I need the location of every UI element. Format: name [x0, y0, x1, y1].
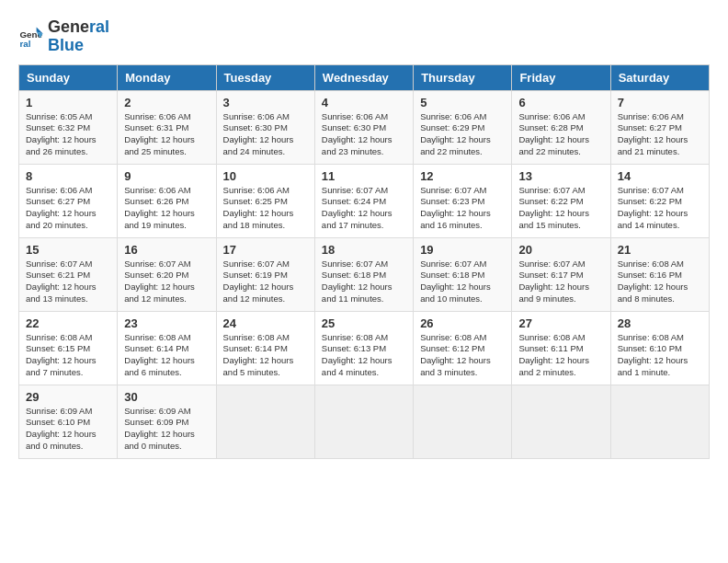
calendar-cell: 25Sunrise: 6:08 AMSunset: 6:13 PMDayligh… — [314, 311, 413, 385]
calendar-cell: 1Sunrise: 6:05 AMSunset: 6:32 PMDaylight… — [19, 90, 118, 164]
col-header-wednesday: Wednesday — [314, 64, 413, 90]
day-number: 13 — [518, 169, 603, 183]
day-number: 22 — [26, 316, 110, 330]
day-info: Sunrise: 6:08 AMSunset: 6:15 PMDaylight:… — [26, 332, 110, 379]
calendar-cell: 12Sunrise: 6:07 AMSunset: 6:23 PMDayligh… — [414, 164, 512, 237]
day-number: 18 — [322, 243, 406, 257]
day-number: 4 — [322, 96, 406, 109]
day-number: 14 — [618, 169, 702, 183]
calendar-cell: 29Sunrise: 6:09 AMSunset: 6:10 PMDayligh… — [19, 385, 118, 458]
calendar-cell — [610, 385, 709, 458]
calendar-cell: 4Sunrise: 6:06 AMSunset: 6:30 PMDaylight… — [314, 90, 413, 164]
calendar-cell: 9Sunrise: 6:06 AMSunset: 6:26 PMDaylight… — [118, 164, 216, 237]
calendar-cell: 17Sunrise: 6:07 AMSunset: 6:19 PMDayligh… — [216, 237, 314, 311]
day-info: Sunrise: 6:07 AMSunset: 6:22 PMDaylight:… — [618, 185, 702, 232]
calendar-cell — [314, 385, 413, 458]
calendar-cell: 10Sunrise: 6:06 AMSunset: 6:25 PMDayligh… — [216, 164, 314, 237]
calendar-cell: 15Sunrise: 6:07 AMSunset: 6:21 PMDayligh… — [19, 237, 118, 311]
calendar-cell: 20Sunrise: 6:07 AMSunset: 6:17 PMDayligh… — [512, 237, 610, 311]
logo-icon: Gene ral — [18, 24, 44, 50]
day-info: Sunrise: 6:07 AMSunset: 6:21 PMDaylight:… — [26, 259, 110, 305]
col-header-friday: Friday — [512, 64, 610, 90]
calendar-cell — [414, 385, 512, 458]
day-number: 30 — [124, 390, 209, 404]
calendar-cell: 6Sunrise: 6:06 AMSunset: 6:28 PMDaylight… — [512, 90, 610, 164]
day-info: Sunrise: 6:09 AMSunset: 6:09 PMDaylight:… — [124, 406, 209, 453]
day-number: 23 — [124, 316, 209, 330]
calendar-week-row: 29Sunrise: 6:09 AMSunset: 6:10 PMDayligh… — [19, 385, 710, 458]
calendar-cell: 30Sunrise: 6:09 AMSunset: 6:09 PMDayligh… — [118, 385, 216, 458]
day-info: Sunrise: 6:07 AMSunset: 6:20 PMDaylight:… — [124, 259, 209, 305]
day-number: 27 — [518, 316, 603, 330]
day-info: Sunrise: 6:08 AMSunset: 6:10 PMDaylight:… — [618, 332, 702, 379]
day-info: Sunrise: 6:08 AMSunset: 6:11 PMDaylight:… — [518, 332, 603, 379]
col-header-monday: Monday — [118, 64, 216, 90]
day-number: 8 — [26, 169, 110, 183]
day-number: 1 — [26, 96, 110, 109]
day-number: 26 — [420, 316, 505, 330]
calendar-cell: 22Sunrise: 6:08 AMSunset: 6:15 PMDayligh… — [19, 311, 118, 385]
day-number: 19 — [420, 243, 505, 257]
day-info: Sunrise: 6:06 AMSunset: 6:27 PMDaylight:… — [26, 185, 110, 232]
day-info: Sunrise: 6:07 AMSunset: 6:18 PMDaylight:… — [322, 259, 406, 305]
calendar-cell — [216, 385, 314, 458]
svg-text:ral: ral — [19, 39, 30, 49]
day-number: 7 — [618, 96, 702, 109]
calendar-cell: 14Sunrise: 6:07 AMSunset: 6:22 PMDayligh… — [610, 164, 709, 237]
calendar-table: SundayMondayTuesdayWednesdayThursdayFrid… — [18, 64, 710, 459]
day-number: 9 — [124, 169, 209, 183]
calendar-cell: 7Sunrise: 6:06 AMSunset: 6:27 PMDaylight… — [610, 90, 709, 164]
calendar-cell: 11Sunrise: 6:07 AMSunset: 6:24 PMDayligh… — [314, 164, 413, 237]
day-number: 15 — [26, 243, 110, 257]
day-info: Sunrise: 6:09 AMSunset: 6:10 PMDaylight:… — [26, 406, 110, 453]
day-number: 2 — [124, 96, 209, 109]
col-header-thursday: Thursday — [414, 64, 512, 90]
col-header-saturday: Saturday — [610, 64, 709, 90]
calendar-cell: 28Sunrise: 6:08 AMSunset: 6:10 PMDayligh… — [610, 311, 709, 385]
day-number: 28 — [618, 316, 702, 330]
calendar-cell: 3Sunrise: 6:06 AMSunset: 6:30 PMDaylight… — [216, 90, 314, 164]
day-info: Sunrise: 6:06 AMSunset: 6:30 PMDaylight:… — [223, 111, 308, 158]
calendar-week-row: 15Sunrise: 6:07 AMSunset: 6:21 PMDayligh… — [19, 237, 710, 311]
day-info: Sunrise: 6:08 AMSunset: 6:12 PMDaylight:… — [420, 332, 505, 379]
logo: Gene ral GeneralBlue — [18, 18, 109, 55]
calendar-cell: 2Sunrise: 6:06 AMSunset: 6:31 PMDaylight… — [118, 90, 216, 164]
day-info: Sunrise: 6:06 AMSunset: 6:26 PMDaylight:… — [124, 185, 209, 232]
day-number: 25 — [322, 316, 406, 330]
day-info: Sunrise: 6:07 AMSunset: 6:22 PMDaylight:… — [518, 185, 603, 232]
day-number: 29 — [26, 390, 110, 404]
day-info: Sunrise: 6:06 AMSunset: 6:27 PMDaylight:… — [618, 111, 702, 158]
calendar-cell: 23Sunrise: 6:08 AMSunset: 6:14 PMDayligh… — [118, 311, 216, 385]
day-info: Sunrise: 6:07 AMSunset: 6:24 PMDaylight:… — [322, 185, 406, 232]
calendar-header-row: SundayMondayTuesdayWednesdayThursdayFrid… — [19, 64, 710, 90]
calendar-cell: 27Sunrise: 6:08 AMSunset: 6:11 PMDayligh… — [512, 311, 610, 385]
logo-text: GeneralBlue — [48, 18, 109, 55]
calendar-cell: 5Sunrise: 6:06 AMSunset: 6:29 PMDaylight… — [414, 90, 512, 164]
day-number: 3 — [223, 96, 308, 109]
col-header-tuesday: Tuesday — [216, 64, 314, 90]
day-number: 5 — [420, 96, 505, 109]
calendar-cell: 19Sunrise: 6:07 AMSunset: 6:18 PMDayligh… — [414, 237, 512, 311]
day-number: 17 — [223, 243, 308, 257]
day-info: Sunrise: 6:06 AMSunset: 6:31 PMDaylight:… — [124, 111, 209, 158]
day-number: 6 — [518, 96, 603, 109]
calendar-week-row: 22Sunrise: 6:08 AMSunset: 6:15 PMDayligh… — [19, 311, 710, 385]
calendar-cell: 18Sunrise: 6:07 AMSunset: 6:18 PMDayligh… — [314, 237, 413, 311]
day-number: 20 — [518, 243, 603, 257]
calendar-cell: 26Sunrise: 6:08 AMSunset: 6:12 PMDayligh… — [414, 311, 512, 385]
calendar-cell: 8Sunrise: 6:06 AMSunset: 6:27 PMDaylight… — [19, 164, 118, 237]
day-info: Sunrise: 6:06 AMSunset: 6:25 PMDaylight:… — [223, 185, 308, 232]
col-header-sunday: Sunday — [19, 64, 118, 90]
day-info: Sunrise: 6:07 AMSunset: 6:17 PMDaylight:… — [518, 259, 603, 305]
day-info: Sunrise: 6:06 AMSunset: 6:29 PMDaylight:… — [420, 111, 505, 158]
day-number: 16 — [124, 243, 209, 257]
page-header: Gene ral GeneralBlue — [18, 18, 710, 55]
day-info: Sunrise: 6:07 AMSunset: 6:19 PMDaylight:… — [223, 259, 308, 305]
day-info: Sunrise: 6:05 AMSunset: 6:32 PMDaylight:… — [26, 111, 110, 158]
day-number: 24 — [223, 316, 308, 330]
day-number: 21 — [618, 243, 702, 257]
day-number: 12 — [420, 169, 505, 183]
calendar-cell: 24Sunrise: 6:08 AMSunset: 6:14 PMDayligh… — [216, 311, 314, 385]
day-info: Sunrise: 6:06 AMSunset: 6:28 PMDaylight:… — [518, 111, 603, 158]
day-info: Sunrise: 6:08 AMSunset: 6:16 PMDaylight:… — [618, 259, 702, 305]
